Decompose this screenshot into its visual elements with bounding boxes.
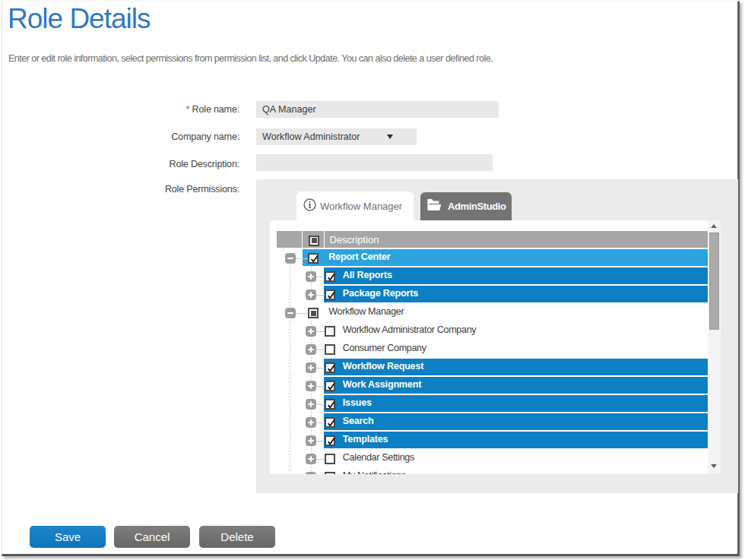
svg-text:i: i	[309, 200, 312, 210]
